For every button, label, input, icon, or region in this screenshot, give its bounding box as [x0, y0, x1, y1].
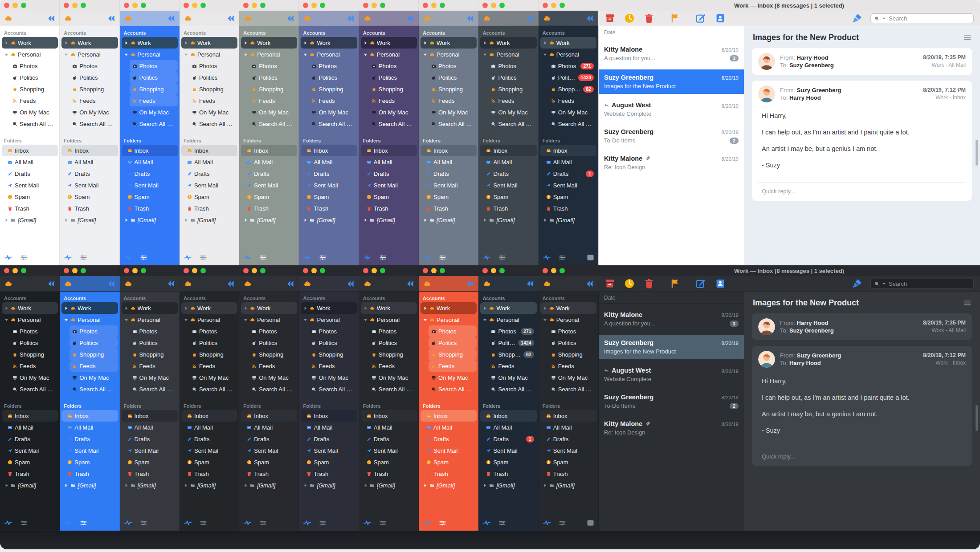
collapse-sidebar-icon[interactable] [227, 15, 235, 22]
sidebar-item-inbox[interactable]: Inbox [480, 410, 536, 422]
minimize-button[interactable] [372, 268, 377, 273]
sidebar-item-trash[interactable]: Trash [2, 203, 58, 214]
activity-icon[interactable] [483, 254, 490, 261]
disclosure-right-icon[interactable] [184, 41, 188, 45]
sidebar-item-all-mail[interactable]: All Mail [421, 156, 477, 168]
activity-icon[interactable] [303, 254, 311, 261]
sidebar-item-photos[interactable]: Photos [369, 325, 417, 337]
disclosure-right-icon[interactable] [4, 306, 8, 310]
close-button[interactable] [363, 3, 368, 8]
sidebar-item-all-mail[interactable]: All Mail [61, 422, 118, 433]
sidebar-item-drafts[interactable]: Drafts [301, 168, 357, 179]
sidebar-item-politics[interactable]: Politics [369, 337, 417, 349]
sidebar-item-sent-mail[interactable]: Sent Mail [301, 445, 357, 456]
sidebar-item-politics[interactable]: Politics [10, 72, 58, 83]
sidebar-item-feeds[interactable]: Feeds [429, 95, 477, 106]
message-row[interactable]: August West8/20/19Website Complete [599, 363, 744, 386]
disclosure-right-icon[interactable] [244, 306, 248, 310]
activity-icon[interactable] [124, 519, 132, 527]
disclosure-down-icon[interactable] [483, 318, 487, 322]
cloud-sync-icon[interactable] [244, 15, 251, 22]
cloud-sync-icon[interactable] [244, 280, 251, 288]
sidebar-item-all-mail[interactable]: All Mail [361, 156, 417, 168]
minimize-button[interactable] [311, 3, 317, 8]
sidebar-item-gmail[interactable]: [Gmail] [61, 214, 118, 226]
sidebar-item-drafts[interactable]: Drafts [540, 433, 596, 445]
flag-icon[interactable] [670, 13, 680, 24]
collapse-sidebar-icon[interactable] [407, 15, 414, 22]
disclosure-right-icon[interactable] [124, 306, 128, 310]
disclosure-right-icon[interactable] [244, 218, 248, 222]
sidebar-item-search-all-folders[interactable]: Search All Folders [130, 118, 178, 130]
sidebar-item-inbox[interactable]: Inbox [301, 145, 357, 156]
sidebar-item-sent-mail[interactable]: Sent Mail [540, 445, 596, 456]
sidebar-item-on-my-mac[interactable]: On My Mac [429, 372, 477, 383]
sidebar-item-all-mail[interactable]: All Mail [421, 422, 477, 433]
minimize-button[interactable] [372, 3, 377, 8]
sidebar-item-inbox[interactable]: Inbox [181, 145, 237, 156]
sidebar-item-trash[interactable]: Trash [421, 203, 477, 214]
zoom-button[interactable] [559, 268, 565, 273]
sidebar-item-photos[interactable]: Photos [130, 325, 178, 337]
sidebar-item-sent-mail[interactable]: Sent Mail [421, 179, 477, 191]
sidebar-item-politics[interactable]: Politics [249, 337, 297, 349]
sidebar-item-sent-mail[interactable]: Sent Mail [540, 179, 596, 191]
message-card-header[interactable]: From: Suzy GreenbergTo: Harry Hood8/20/1… [758, 85, 966, 102]
sidebar-item-trash[interactable]: Trash [181, 468, 237, 479]
disclosure-right-icon[interactable] [423, 218, 427, 222]
zoom-button[interactable] [320, 3, 325, 8]
sidebar-item-politics[interactable]: Politics [69, 337, 118, 349]
sidebar-item-gmail[interactable]: [Gmail] [540, 214, 596, 226]
sidebar-item-trash[interactable]: Trash [361, 468, 417, 479]
disclosure-right-icon[interactable] [124, 218, 128, 222]
sidebar-item-on-my-mac[interactable]: On My Mac [369, 106, 417, 118]
sidebar-item-trash[interactable]: Trash [2, 468, 58, 479]
filter-icon[interactable] [559, 519, 566, 527]
sidebar-item-inbox[interactable]: Inbox [181, 410, 237, 422]
message-row[interactable]: Suzy Greenberg8/20/19To-Do Items2 [599, 124, 744, 147]
sidebar-item-gmail[interactable]: [Gmail] [540, 479, 596, 491]
sidebar-item-drafts[interactable]: Drafts [241, 168, 297, 179]
sidebar-item-spam[interactable]: Spam [2, 456, 58, 468]
collapse-sidebar-icon[interactable] [347, 280, 355, 288]
sidebar-item-drafts[interactable]: Drafts [2, 168, 58, 179]
sidebar-item-gmail[interactable]: [Gmail] [301, 214, 357, 226]
sidebar-item-inbox[interactable]: Inbox [2, 410, 58, 422]
sidebar-item-politics[interactable]: Politics1424 [488, 337, 536, 349]
sidebar-item-photos[interactable]: Photos [309, 60, 357, 72]
sidebar-item-on-my-mac[interactable]: On My Mac [130, 106, 178, 118]
disclosure-down-icon[interactable] [64, 53, 68, 57]
disclosure-right-icon[interactable] [4, 41, 8, 45]
sidebar-item-work[interactable]: Work [301, 302, 357, 314]
zoom-button[interactable] [559, 3, 565, 8]
sidebar-item-shopping[interactable]: Shopping82 [488, 349, 536, 360]
sidebar-item-work[interactable]: Work [181, 302, 237, 314]
sidebar-item-drafts[interactable]: Drafts [122, 168, 178, 179]
sidebar-item-spam[interactable]: Spam [480, 456, 536, 468]
minimize-button[interactable] [72, 3, 78, 8]
sidebar-item-search-all-folders[interactable]: Search All Folders [548, 118, 596, 130]
sidebar-item-personal[interactable]: Personal [361, 49, 417, 60]
sidebar-item-feeds[interactable]: Feeds [10, 95, 58, 106]
close-button[interactable] [124, 268, 129, 273]
sidebar-item-personal[interactable]: Personal [301, 49, 357, 60]
collapse-sidebar-icon[interactable] [287, 15, 294, 22]
zoom-button[interactable] [380, 268, 385, 273]
close-button[interactable] [543, 268, 548, 273]
sidebar-item-feeds[interactable]: Feeds [69, 360, 118, 372]
sidebar-item-drafts[interactable]: Drafts [181, 433, 237, 445]
sidebar-item-politics[interactable]: Politics [130, 72, 178, 83]
zoom-button[interactable] [440, 268, 445, 273]
sidebar-item-photos[interactable]: Photos [69, 60, 118, 72]
collapse-sidebar-icon[interactable] [287, 280, 294, 288]
sidebar-item-feeds[interactable]: Feeds [249, 360, 297, 372]
sidebar-item-sent-mail[interactable]: Sent Mail [61, 445, 118, 456]
sidebar-item-photos[interactable]: Photos [189, 325, 237, 337]
sidebar-item-personal[interactable]: Personal [421, 49, 477, 60]
sidebar-item-on-my-mac[interactable]: On My Mac [369, 372, 417, 383]
snooze-icon[interactable] [624, 13, 635, 24]
sidebar-item-search-all-folders[interactable]: Search All Folders [429, 383, 477, 395]
sidebar-item-inbox[interactable]: Inbox [241, 410, 297, 422]
sidebar-item-all-mail[interactable]: All Mail [361, 422, 417, 433]
disclosure-down-icon[interactable] [4, 53, 8, 57]
